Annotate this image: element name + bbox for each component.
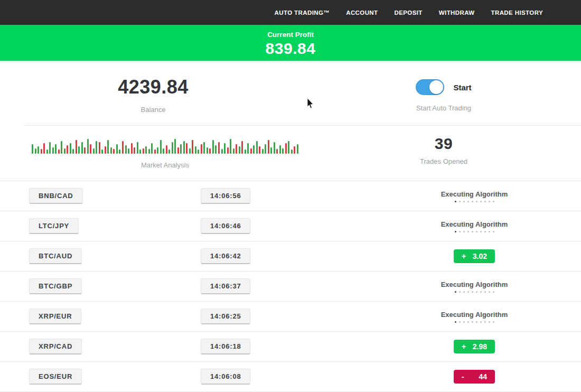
market-bar [61, 141, 62, 154]
market-bar [192, 140, 193, 154]
market-bar [157, 147, 158, 154]
progress-dot [489, 201, 490, 202]
progress-dot [493, 231, 494, 232]
market-bar [203, 142, 205, 154]
market-bar [113, 149, 115, 154]
market-bar [279, 145, 281, 154]
market-bar [110, 147, 112, 154]
trade-status-cell: Executing Algorithm [368, 220, 581, 232]
nav-account[interactable]: ACCOUNT [346, 10, 378, 16]
trade-row: LTC/JPY14:06:46Executing Algorithm [0, 211, 581, 241]
market-bar [93, 148, 95, 154]
market-bar [198, 150, 199, 154]
nav-deposit[interactable]: DEPOSIT [395, 10, 423, 16]
badge-sign: + [462, 252, 466, 260]
market-bar [139, 150, 141, 154]
trade-status-cell: -44 [368, 370, 581, 384]
badge-amount: 2.98 [473, 342, 487, 351]
market-bar [143, 148, 144, 154]
progress-dot [459, 231, 461, 232]
market-bar [166, 145, 167, 154]
progress-dot [459, 321, 461, 323]
time-pill: 14:06:42 [201, 248, 250, 264]
market-bar [107, 140, 109, 154]
market-bar [35, 148, 36, 154]
progress-dot [484, 231, 486, 232]
balance-stat: 4239.84 Balance [0, 62, 306, 125]
badge-amount: 3.02 [473, 252, 487, 260]
progress-dot [480, 321, 482, 323]
market-bar [52, 147, 54, 154]
progress-dot [455, 201, 456, 202]
market-bar [46, 150, 48, 154]
progress-dot [455, 291, 456, 293]
pair-pill: LTC/JPY [29, 218, 79, 234]
market-bar [154, 150, 156, 154]
market-bar [177, 147, 179, 154]
time-pill: 14:06:46 [201, 218, 250, 234]
market-bar [259, 146, 260, 154]
market-bar [218, 142, 220, 154]
time-pill: 14:06:37 [201, 278, 250, 294]
market-bar [96, 141, 97, 154]
progress-dot [476, 201, 477, 202]
market-bar [38, 146, 39, 154]
progress-dot [467, 321, 469, 323]
top-nav: AUTO TRADING™ ACCOUNT DEPOSIT WITHDRAW T… [0, 0, 581, 25]
executing-label: Executing Algorithm [368, 311, 581, 319]
market-bar [247, 143, 249, 154]
market-bar [215, 145, 217, 154]
progress-dot [472, 291, 473, 293]
auto-trading-toggle[interactable] [416, 79, 444, 95]
progress-dot [476, 321, 477, 323]
market-bar [239, 146, 240, 154]
market-bar [265, 144, 266, 154]
market-bar [168, 150, 170, 154]
toggle-knob [429, 80, 443, 94]
market-bar [58, 150, 60, 154]
nav-auto-trading[interactable]: AUTO TRADING™ [275, 10, 330, 16]
progress-dot [463, 231, 465, 232]
market-bar [227, 147, 229, 154]
market-bar [137, 142, 138, 154]
progress-dots [368, 201, 581, 202]
market-bar [201, 144, 202, 154]
market-bar [67, 145, 68, 154]
trades-table: BNB/CAD14:06:56Executing AlgorithmLTC/JP… [0, 181, 581, 392]
market-bar [151, 143, 153, 154]
progress-dot [455, 321, 456, 323]
nav-trade-history[interactable]: TRADE HISTORY [491, 10, 543, 16]
market-bar [81, 142, 83, 154]
progress-dot [472, 201, 473, 202]
trade-row: XRP/EUR14:06:25Executing Algorithm [0, 302, 581, 332]
market-bar [282, 148, 284, 154]
time-pill: 14:06:18 [201, 339, 250, 354]
progress-dot [484, 291, 486, 293]
market-bar [148, 149, 150, 154]
balance-row: 4239.84 Balance Start Start Auto Trading [0, 62, 581, 125]
pair-pill: BNB/CAD [29, 188, 83, 204]
market-bar [297, 144, 298, 154]
profit-banner-label: Current Profit [0, 31, 581, 39]
nav-withdraw[interactable]: WITHDRAW [439, 10, 475, 16]
market-bar [224, 143, 226, 154]
market-bar [288, 141, 289, 154]
market-bar [183, 141, 185, 154]
time-pill: 14:06:56 [201, 188, 250, 204]
progress-dots [368, 291, 581, 293]
market-row: Market Analysis 39 Trades Opened [24, 125, 581, 181]
market-bar [186, 143, 188, 154]
trade-status-cell: Executing Algorithm [368, 281, 581, 293]
market-bar [180, 144, 182, 154]
progress-dot [472, 321, 473, 323]
profit-badge: +3.02 [454, 249, 495, 263]
executing-label: Executing Algorithm [368, 190, 581, 198]
market-bar [291, 150, 293, 154]
market-bar [230, 139, 231, 154]
market-bar [101, 150, 103, 154]
market-bar [49, 142, 51, 154]
trade-status-cell: Executing Algorithm [368, 311, 581, 323]
progress-dot [480, 201, 482, 202]
pair-pill: XRP/CAD [29, 339, 82, 354]
market-bar [174, 139, 176, 154]
